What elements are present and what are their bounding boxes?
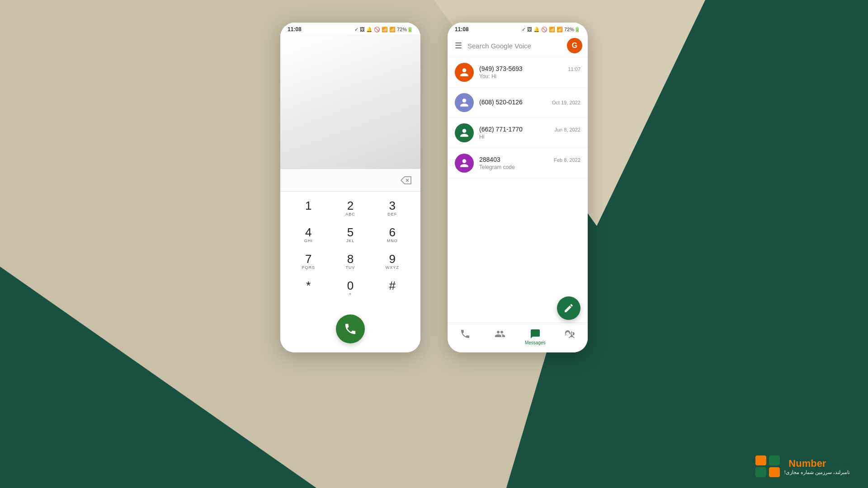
conv-item-4[interactable]: 288403 Feb 8, 2022 Telegram code <box>448 148 588 178</box>
conv-time-1: 11:07 <box>568 66 580 72</box>
status-bar-2: 11:08 ✓ 🖼 🔔 🚫 📶 📶 72%🔋 <box>448 23 588 34</box>
time-1: 11:08 <box>288 26 302 33</box>
dialer-bottom <box>280 309 420 352</box>
conv-number-2: (608) 520-0126 <box>479 99 523 106</box>
conv-number-4: 288403 <box>479 156 500 163</box>
key-3[interactable]: 3 DEF <box>371 195 413 222</box>
nav-messages[interactable]: Messages <box>518 327 553 347</box>
status-bar-1: 11:08 ✓ 🖼 🔔 🚫 📶 📶 72%🔋 <box>280 23 420 34</box>
conv-avatar-1 <box>455 63 474 82</box>
nav-calls[interactable] <box>448 327 483 347</box>
key-7[interactable]: 7 PQRS <box>288 249 330 275</box>
keypad-grid: 1 2 ABC 3 DEF 4 GHI <box>288 195 413 302</box>
keypad: 1 2 ABC 3 DEF 4 GHI <box>280 191 420 309</box>
dialer-area: 1 2 ABC 3 DEF 4 GHI <box>280 34 420 352</box>
branding: NumberLand نامبرلند، سرزمین شماره مجازی! <box>755 455 850 477</box>
nav-messages-label: Messages <box>525 340 546 345</box>
compose-fab-button[interactable] <box>557 296 580 320</box>
brand-name: NumberLand <box>784 458 850 469</box>
conv-header-1: (949) 373-5693 11:07 <box>479 65 580 72</box>
key-9[interactable]: 9 WXYZ <box>371 249 413 275</box>
key-0[interactable]: 0 + <box>330 275 372 302</box>
key-4[interactable]: 4 GHI <box>288 222 330 249</box>
conv-item-2[interactable]: (608) 520-0126 Oct 19, 2022 <box>448 88 588 118</box>
conv-preview-3: Hi <box>479 134 580 140</box>
phone-dialer: 11:08 ✓ 🖼 🔔 🚫 📶 📶 72%🔋 <box>280 23 420 352</box>
dialer-top <box>280 34 420 169</box>
conv-content-4: 288403 Feb 8, 2022 Telegram code <box>479 156 580 170</box>
conversation-list: (949) 373-5693 11:07 You: Hi (608) 520-0… <box>448 57 588 323</box>
search-input[interactable]: Search Google Voice <box>467 42 563 50</box>
dialer-input-area <box>280 169 420 191</box>
conv-header-2: (608) 520-0126 Oct 19, 2022 <box>479 99 580 106</box>
conv-header-3: (662) 771-1770 Jun 8, 2022 <box>479 126 580 133</box>
brand-text: NumberLand نامبرلند، سرزمین شماره مجازی! <box>784 458 850 475</box>
conv-item-1[interactable]: (949) 373-5693 11:07 You: Hi <box>448 57 588 88</box>
key-5[interactable]: 5 JKL <box>330 222 372 249</box>
status-icons-1: ✓ 🖼 🔔 🚫 📶 📶 72%🔋 <box>354 27 413 33</box>
key-star[interactable]: * <box>288 275 330 302</box>
key-hash[interactable]: # <box>371 275 413 302</box>
time-2: 11:08 <box>455 26 469 33</box>
brand-sub: نامبرلند، سرزمین شماره مجازی! <box>784 469 850 475</box>
nav-voicemail[interactable] <box>553 327 588 347</box>
brand-logo <box>755 455 781 477</box>
nav-contacts[interactable] <box>483 327 518 347</box>
key-8[interactable]: 8 TUV <box>330 249 372 275</box>
conv-preview-1: You: Hi <box>479 73 580 80</box>
phones-wrapper: 11:08 ✓ 🖼 🔔 🚫 📶 📶 72%🔋 <box>280 23 588 352</box>
conv-number-3: (662) 771-1770 <box>479 126 523 133</box>
key-2[interactable]: 2 ABC <box>330 195 372 222</box>
conv-content-1: (949) 373-5693 11:07 You: Hi <box>479 65 580 80</box>
phone-messages: 11:08 ✓ 🖼 🔔 🚫 📶 📶 72%🔋 ☰ Search Google V… <box>448 23 588 352</box>
conv-avatar-4 <box>455 154 474 173</box>
conv-item-3[interactable]: (662) 771-1770 Jun 8, 2022 Hi <box>448 118 588 148</box>
backspace-button[interactable] <box>399 173 413 188</box>
conv-content-3: (662) 771-1770 Jun 8, 2022 Hi <box>479 126 580 140</box>
conv-time-4: Feb 8, 2022 <box>554 157 580 163</box>
conv-avatar-2 <box>455 93 474 112</box>
conv-number-1: (949) 373-5693 <box>479 65 523 72</box>
user-avatar[interactable]: G <box>567 38 582 53</box>
conv-avatar-3 <box>455 123 474 142</box>
status-icons-2: ✓ 🖼 🔔 🚫 📶 📶 72%🔋 <box>522 27 580 33</box>
conv-preview-4: Telegram code <box>479 164 580 170</box>
key-6[interactable]: 6 MNO <box>371 222 413 249</box>
conv-time-3: Jun 8, 2022 <box>555 127 581 132</box>
search-bar[interactable]: ☰ Search Google Voice G <box>448 34 588 57</box>
key-1[interactable]: 1 <box>288 195 330 222</box>
conv-content-2: (608) 520-0126 Oct 19, 2022 <box>479 99 580 107</box>
call-button[interactable] <box>336 314 365 343</box>
bottom-nav: Messages <box>448 323 588 352</box>
hamburger-icon[interactable]: ☰ <box>453 39 464 52</box>
conv-time-2: Oct 19, 2022 <box>552 100 580 105</box>
conv-header-4: 288403 Feb 8, 2022 <box>479 156 580 163</box>
